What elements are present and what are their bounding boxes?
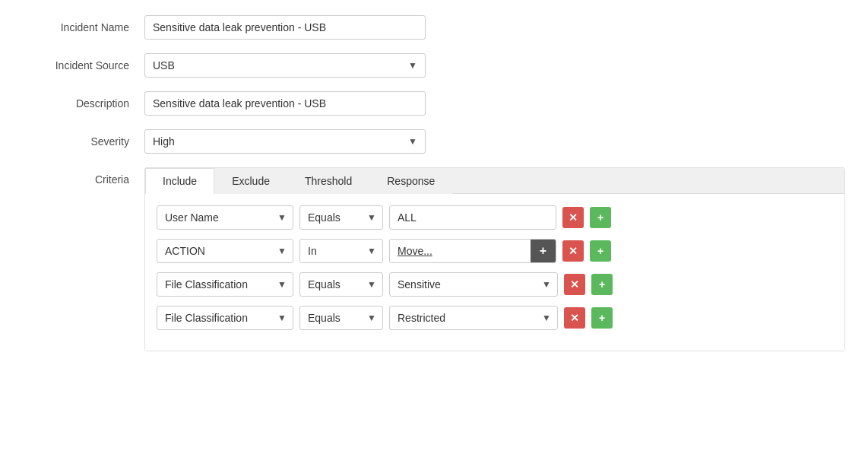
rule-row-4: File Classification User Name ACTION ▼ E… (157, 306, 833, 330)
incident-name-input[interactable] (144, 15, 426, 40)
rule2-remove-button[interactable]: ✕ (562, 240, 584, 262)
rule4-field-select[interactable]: File Classification User Name ACTION (157, 306, 271, 329)
description-label: Description (23, 97, 144, 110)
severity-select[interactable]: High Medium Low Critical (145, 130, 425, 153)
rule3-value-select[interactable]: Sensitive Restricted Public Confidential (390, 273, 557, 296)
rule3-remove-button[interactable]: ✕ (564, 274, 585, 295)
rule4-add-button[interactable]: + (591, 307, 613, 329)
rule2-add-button[interactable]: + (590, 240, 611, 262)
rule-row-3: File Classification User Name ACTION ▼ E… (157, 272, 833, 297)
rule1-field-select[interactable]: User Name ACTION File Classification (157, 206, 271, 229)
rule2-field-wrapper: ACTION User Name File Classification ▼ (157, 239, 293, 263)
rule1-field-wrapper: User Name ACTION File Classification ▼ (157, 205, 293, 230)
incident-source-row: Incident Source USB Email Network Cloud … (23, 53, 845, 78)
incident-name-row: Incident Name (23, 15, 845, 40)
severity-label: Severity (23, 135, 144, 148)
tab-response[interactable]: Response (369, 168, 452, 194)
rule3-field-select[interactable]: File Classification User Name ACTION (157, 273, 271, 296)
rule2-operator-wrapper: In Equals Not Equals ▼ (299, 239, 383, 263)
tab-include[interactable]: Include (145, 168, 214, 194)
rule2-move-plus-button[interactable]: + (531, 240, 556, 262)
severity-row: Severity High Medium Low Critical ▼ (23, 129, 845, 154)
rule4-value-wrapper: Restricted Sensitive Public Confidential… (389, 306, 558, 330)
description-row: Description (23, 91, 845, 116)
rule3-field-wrapper: File Classification User Name ACTION ▼ (157, 272, 293, 297)
criteria-label: Criteria (23, 167, 144, 186)
rule-row-2: ACTION User Name File Classification ▼ I… (157, 239, 833, 263)
criteria-tabs: Include Exclude Threshold Response (145, 168, 844, 194)
rule1-field-chevron-icon: ▼ (277, 212, 287, 223)
rule3-operator-wrapper: Equals In Not Equals ▼ (299, 272, 383, 297)
incident-name-label: Incident Name (23, 21, 144, 33)
rule2-field-chevron-icon: ▼ (277, 246, 287, 256)
rule3-field-chevron-icon: ▼ (277, 279, 287, 290)
tab-exclude[interactable]: Exclude (214, 168, 287, 194)
rule1-value-input[interactable] (389, 205, 556, 230)
tab-threshold[interactable]: Threshold (287, 168, 369, 194)
incident-source-select[interactable]: USB Email Network Cloud (145, 54, 425, 77)
tab-content-include: User Name ACTION File Classification ▼ E… (145, 194, 844, 351)
rule1-add-button[interactable]: + (590, 207, 611, 228)
rule3-add-button[interactable]: + (591, 274, 613, 295)
rule2-operator-select[interactable]: In Equals Not Equals (300, 240, 383, 262)
rule1-operator-wrapper: Equals In Not Equals ▼ (299, 205, 383, 230)
rule2-field-select[interactable]: ACTION User Name File Classification (157, 240, 271, 262)
rule-row-1: User Name ACTION File Classification ▼ E… (157, 205, 833, 230)
rule4-operator-select[interactable]: Equals In Not Equals (300, 306, 383, 329)
severity-wrapper: High Medium Low Critical ▼ (144, 129, 426, 154)
incident-source-wrapper: USB Email Network Cloud ▼ (144, 53, 426, 78)
rule2-move-wrapper: Move... + (389, 239, 556, 263)
rule4-value-select[interactable]: Restricted Sensitive Public Confidential (390, 306, 557, 329)
rule4-operator-wrapper: Equals In Not Equals ▼ (299, 306, 383, 330)
rule4-remove-button[interactable]: ✕ (564, 307, 585, 329)
criteria-content: Include Exclude Threshold Response User … (144, 167, 845, 351)
rule4-field-chevron-icon: ▼ (277, 313, 287, 323)
criteria-row: Criteria Include Exclude Threshold Respo… (23, 167, 845, 351)
rule1-remove-button[interactable]: ✕ (562, 207, 584, 228)
rule4-field-wrapper: File Classification User Name ACTION ▼ (157, 306, 293, 330)
description-input[interactable] (144, 91, 426, 116)
rule3-operator-select[interactable]: Equals In Not Equals (300, 273, 383, 296)
rule3-value-wrapper: Sensitive Restricted Public Confidential… (389, 272, 558, 297)
rule2-move-text[interactable]: Move... (390, 240, 531, 262)
rule1-operator-select[interactable]: Equals In Not Equals (300, 206, 383, 229)
incident-source-label: Incident Source (23, 59, 144, 71)
